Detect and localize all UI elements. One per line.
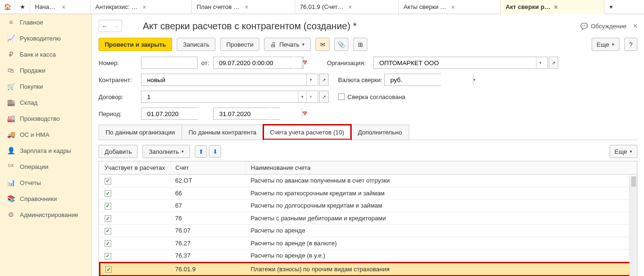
sidebar-item-directories[interactable]: 📚Справочники xyxy=(0,191,91,207)
tab-0[interactable]: Начало работы× xyxy=(30,0,91,14)
table-row[interactable]: ✓62.ОТРасчеты по авансам полученным в сч… xyxy=(100,175,636,187)
tab-3[interactable]: 76.01.9 (Счет бухгалтерского...× xyxy=(295,0,399,14)
move-down-button[interactable]: ⬇ xyxy=(209,145,221,158)
row-checkbox[interactable]: ✓ xyxy=(105,228,111,234)
row-checkbox[interactable]: ✓ xyxy=(105,215,111,222)
date-input[interactable] xyxy=(216,57,302,68)
table-row[interactable]: ✓76.07Расчеты по аренде xyxy=(100,225,636,237)
close-icon[interactable]: × xyxy=(451,3,496,11)
table-more-button[interactable]: Еще xyxy=(610,145,637,158)
cell-name: Расчеты по аренде (в у.е.) xyxy=(246,250,636,263)
row-checkbox[interactable]: ✓ xyxy=(105,266,112,273)
sidebar-item-admin[interactable]: ⚙Администрирование xyxy=(0,207,91,223)
tab-label: Счета учета расчетов (10) xyxy=(270,129,344,136)
sidebar-item-sales[interactable]: 🛍Продажи xyxy=(0,62,91,78)
chart-icon: 📈 xyxy=(6,34,16,42)
sidebar-item-main[interactable]: ≡Главное xyxy=(0,14,91,30)
discuss-button[interactable]: 💬Обсуждение xyxy=(580,23,627,30)
contract-label: Договор: xyxy=(99,93,141,100)
fill-button[interactable]: Заполнить xyxy=(142,145,190,158)
add-button[interactable]: Добавить xyxy=(99,145,138,158)
org-input[interactable] xyxy=(377,57,536,68)
col-participates[interactable]: Участвует в расчетах xyxy=(100,161,171,175)
save-button[interactable]: Записать xyxy=(177,38,215,51)
table-row[interactable]: ✓76.01.9Платежи (взносы) по прочим видам… xyxy=(100,262,636,276)
more-button[interactable]: Еще xyxy=(592,38,619,51)
process-and-close-button[interactable]: Провести и закрыть xyxy=(99,38,172,51)
sidebar-item-operations[interactable]: ᴰᴷОперации xyxy=(0,159,91,175)
email-button[interactable]: ✉ xyxy=(315,38,330,51)
calendar-icon[interactable]: 📅 xyxy=(302,57,307,68)
close-page-button[interactable]: × xyxy=(633,22,637,30)
contract-input[interactable] xyxy=(144,91,298,102)
tab-label: Акты сверки расчетов с конт... xyxy=(404,3,448,10)
close-icon[interactable]: × xyxy=(245,3,290,11)
sidebar-item-purchases[interactable]: 🛒Покупки xyxy=(0,78,91,94)
sidebar-item-manager[interactable]: 📈Руководителю xyxy=(0,30,91,46)
print-button[interactable]: 🖨Печать xyxy=(264,38,311,51)
cell-name: Платежи (взносы) по прочим видам страхов… xyxy=(246,262,636,276)
number-input[interactable] xyxy=(141,57,198,69)
period-to-input[interactable] xyxy=(216,108,302,119)
table-row[interactable]: ✓76.27Расчеты по аренде (в валюте) xyxy=(100,237,636,250)
contractor-input[interactable] xyxy=(144,74,306,85)
home-icon[interactable]: 🏠 xyxy=(0,0,15,14)
tab-2[interactable]: План счетов бухгалтерского ...× xyxy=(192,0,295,14)
org-label: Организация: xyxy=(327,59,373,67)
org-open-button[interactable]: ↗ xyxy=(549,57,558,69)
table-scrollbar[interactable] xyxy=(629,176,637,276)
tab-accounts[interactable]: Счета учета расчетов (10) xyxy=(263,125,351,140)
close-icon[interactable]: × xyxy=(554,3,600,11)
dropdown-icon[interactable]: ▾ xyxy=(298,91,306,102)
dropdown-icon[interactable]: ▾ xyxy=(306,74,315,85)
tab-1[interactable]: Антикризис: пять суперприз...× xyxy=(91,0,192,14)
scrollbar-thumb[interactable] xyxy=(631,176,636,187)
tab-contr-data[interactable]: По данным контрагента xyxy=(182,125,264,140)
sidebar-item-warehouse[interactable]: 🏬Склад xyxy=(0,94,91,110)
table-row[interactable]: ✓76.37Расчеты по аренде (в у.е.) xyxy=(100,250,636,263)
currency-input[interactable] xyxy=(388,74,473,85)
warehouse-icon: 🏬 xyxy=(6,99,16,106)
row-checkbox[interactable]: ✓ xyxy=(105,178,111,184)
row-checkbox[interactable]: ✓ xyxy=(105,203,111,209)
favorites-icon[interactable]: ★ xyxy=(15,0,30,14)
tab-5[interactable]: Акт сверки расчетов с контр...× xyxy=(501,0,604,14)
col-account[interactable]: Счет xyxy=(171,161,246,175)
table-row[interactable]: ✓67Расчеты по долгосрочным кредитам и за… xyxy=(100,200,636,212)
row-checkbox[interactable]: ✓ xyxy=(105,240,111,247)
sidebar-item-reports[interactable]: 📊Отчеты xyxy=(0,175,91,191)
calendar-icon[interactable]: 📅 xyxy=(302,108,307,119)
sidebar-item-salary[interactable]: 👤Зарплата и кадры xyxy=(0,142,91,159)
tabs-dropdown-icon[interactable]: ▾ xyxy=(604,3,618,10)
nav-forward-button[interactable]: → xyxy=(110,20,122,32)
structure-button[interactable]: ⊞ xyxy=(353,38,367,51)
tab-label: По данным организации xyxy=(106,129,175,136)
table-row[interactable]: ✓76Расчеты с разными дебиторами и кредит… xyxy=(100,212,636,225)
sidebar-item-production[interactable]: 🏭Производство xyxy=(0,110,91,126)
help-button[interactable]: ? xyxy=(624,38,637,51)
attach-button[interactable]: 📎 xyxy=(334,38,348,51)
nav-back-button[interactable]: ← xyxy=(99,20,110,32)
table-row[interactable]: ✓66Расчеты по краткосрочным кредитам и з… xyxy=(100,187,636,200)
row-checkbox[interactable]: ✓ xyxy=(105,253,111,259)
tab-additional[interactable]: Дополнительно xyxy=(351,125,409,140)
tab-label: По данным контрагента xyxy=(189,129,256,136)
contractor-open-button[interactable]: ↗ xyxy=(319,74,329,86)
row-checkbox[interactable]: ✓ xyxy=(105,190,111,197)
move-up-button[interactable]: ⬆ xyxy=(195,145,207,158)
agreed-checkbox[interactable] xyxy=(338,93,345,100)
sidebar-item-assets[interactable]: 🚚ОС и НМА xyxy=(0,126,91,142)
dropdown-icon[interactable]: ▾ xyxy=(473,74,476,85)
contract-open-button[interactable]: ↗ xyxy=(319,91,329,103)
close-icon[interactable]: × xyxy=(142,3,187,11)
tab-4[interactable]: Акты сверки расчетов с конт...× xyxy=(399,0,501,14)
dropdown-icon[interactable]: ▾ xyxy=(536,57,545,68)
close-icon[interactable]: × xyxy=(62,3,86,11)
clear-icon[interactable]: × xyxy=(306,91,315,102)
sidebar-item-bank[interactable]: ₽Банк и касса xyxy=(0,46,91,62)
col-name[interactable]: Наименование счета xyxy=(246,161,636,175)
process-button[interactable]: Провести xyxy=(220,38,260,51)
close-icon[interactable]: × xyxy=(348,3,394,11)
tab-label: Дополнительно xyxy=(358,129,402,136)
tab-org-data[interactable]: По данным организации xyxy=(99,125,182,140)
